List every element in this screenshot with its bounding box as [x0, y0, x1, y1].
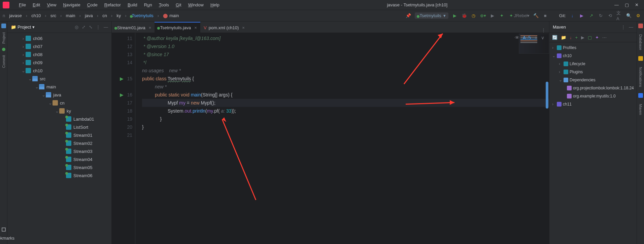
menu-help[interactable]: Help: [207, 2, 223, 7]
notifications-tool-icon[interactable]: [638, 56, 643, 61]
coverage-button[interactable]: ◷: [471, 13, 477, 19]
run-button[interactable]: ▶: [452, 13, 458, 19]
run-config-selector[interactable]: Tsetmytuils ▾: [415, 12, 448, 19]
breadcrumb-src[interactable]: src: [50, 13, 56, 18]
minimize-button[interactable]: —: [614, 2, 619, 7]
code-text[interactable]: * @author keyila [keyila_l@163.com] * @v…: [135, 33, 549, 244]
rail-project[interactable]: Project: [2, 30, 6, 46]
menu-build[interactable]: Build: [124, 2, 141, 7]
breadcrumb-main[interactable]: main: [66, 13, 75, 18]
breadcrumb-module[interactable]: ch10: [31, 13, 41, 18]
maven-plugins[interactable]: ›Plugins: [549, 68, 637, 76]
breadcrumb-ky[interactable]: ky: [116, 13, 121, 18]
git-commit-icon[interactable]: ▶: [579, 13, 585, 19]
scroll-marker[interactable]: [545, 33, 549, 244]
menu-tools[interactable]: Tools: [156, 2, 172, 7]
run-gutter-icon[interactable]: ▶: [120, 75, 124, 83]
breadcrumb-class[interactable]: Tsetmytuils: [131, 13, 154, 18]
git-rollback-icon[interactable]: ⟲: [607, 13, 613, 19]
menu-navigate[interactable]: Navigate: [60, 2, 83, 7]
tree-listsort[interactable]: ListSort: [7, 123, 111, 131]
search-icon[interactable]: 🔍: [626, 13, 632, 19]
menu-run[interactable]: Run: [141, 2, 156, 7]
maven-reload-icon[interactable]: 🔄: [552, 35, 557, 40]
jrebel-label[interactable]: JRebel: [518, 13, 524, 19]
profile-button[interactable]: ⊕▾: [480, 13, 486, 19]
collapse-icon[interactable]: ⤡: [89, 25, 93, 30]
panel-menu-icon[interactable]: ⋮: [96, 25, 100, 30]
close-tab-icon[interactable]: ×: [193, 25, 197, 30]
breadcrumb-java[interactable]: java: [85, 13, 93, 18]
stop-button[interactable]: ■: [542, 13, 548, 19]
project-panel-title[interactable]: 📁 Project ▾: [11, 25, 35, 30]
expand-icon[interactable]: ⤢: [82, 25, 86, 30]
tree-ch08[interactable]: ›ch08: [7, 50, 111, 58]
translate-icon[interactable]: 文A: [616, 13, 622, 19]
menu-view[interactable]: View: [43, 2, 60, 7]
maven-toggle-icon[interactable]: ✦: [595, 35, 599, 40]
maven-ch10[interactable]: ⌄ch10: [549, 52, 637, 60]
rail-bookmarks[interactable]: Bookmarks: [0, 236, 14, 241]
maximize-button[interactable]: ▢: [625, 2, 629, 7]
tree-ch10[interactable]: ⌄ch10: [7, 67, 111, 75]
menu-refactor[interactable]: Refactor: [101, 2, 124, 7]
maven-run-icon[interactable]: ▶: [581, 35, 584, 40]
menu-edit[interactable]: Edit: [29, 2, 43, 7]
tab-stream01[interactable]: Stream01.java×: [112, 22, 155, 33]
rail-notifications[interactable]: Notifications: [639, 65, 643, 89]
menu-window[interactable]: Window: [185, 2, 207, 7]
maven-profiles[interactable]: ›Profiles: [549, 44, 637, 52]
git-push-icon[interactable]: ↗: [588, 13, 594, 19]
maven-menu-icon[interactable]: ⋮: [621, 25, 625, 30]
run-gutter-icon[interactable]: ▶: [120, 91, 124, 99]
tree-src[interactable]: ⌄src: [7, 75, 111, 83]
breadcrumb-root[interactable]: javase: [9, 13, 22, 18]
maven-tool-icon[interactable]: [638, 93, 643, 98]
tree-ky[interactable]: ⌄ky: [7, 107, 111, 115]
database-tool-icon[interactable]: [638, 24, 643, 28]
menu-git[interactable]: Git: [172, 2, 185, 7]
debug-button[interactable]: 🐞: [461, 13, 467, 19]
tree-stream05[interactable]: Stream05: [7, 163, 111, 171]
close-tab-icon[interactable]: ×: [147, 25, 151, 30]
tree-ch06[interactable]: ›ch06: [7, 34, 111, 42]
tree-stream04[interactable]: Stream04: [7, 155, 111, 163]
maven-more-icon[interactable]: ⋯: [602, 35, 607, 40]
commit-tool-icon[interactable]: [2, 48, 5, 51]
git-update-icon[interactable]: ↓: [569, 13, 575, 19]
target-icon[interactable]: ◎: [75, 25, 78, 30]
tree-ch07[interactable]: ›ch07: [7, 42, 111, 50]
project-tool-icon[interactable]: [1, 24, 6, 28]
maven-add-icon[interactable]: +: [575, 35, 578, 40]
breadcrumb-cn[interactable]: cn: [102, 13, 107, 18]
rail-maven[interactable]: Maven: [639, 102, 643, 117]
jrebel-debug-icon[interactable]: ✦: [508, 13, 514, 19]
rail-commit[interactable]: Commit: [2, 53, 6, 70]
tree-stream06[interactable]: Stream06: [7, 171, 111, 179]
rail-database[interactable]: Database: [639, 32, 643, 52]
bookmarks-icon[interactable]: [2, 228, 6, 232]
run-more-button[interactable]: ▶: [489, 13, 496, 19]
maven-dependencies[interactable]: ⌄Dependencies: [549, 76, 637, 84]
tree-lambda01[interactable]: Lambda01: [7, 115, 111, 123]
maven-lifecycle[interactable]: ›Lifecycle: [549, 60, 637, 68]
settings-icon[interactable]: ⚙: [635, 13, 641, 19]
maven-execute-icon[interactable]: ▢: [588, 35, 592, 40]
maven-dep-lombok[interactable]: org.projectlombok:lombok:1.18.24: [549, 84, 637, 92]
menu-code[interactable]: Code: [84, 2, 101, 7]
tabs-more-icon[interactable]: ⋮: [538, 28, 549, 33]
hide-panel-icon[interactable]: —: [104, 25, 108, 30]
tree-main[interactable]: ⌄main: [7, 83, 111, 91]
code-area[interactable]: 👁 A↓5 ∧ ∨ 11 12 13 14 15▶ 16▶ 17 18 19 2…: [112, 33, 549, 244]
maven-generate-icon[interactable]: 📁: [561, 35, 566, 40]
build-button[interactable]: 🔨: [533, 13, 539, 19]
tree-stream01[interactable]: Stream01: [7, 131, 111, 139]
jrebel-run-icon[interactable]: ✦: [499, 13, 505, 19]
tab-pom[interactable]: Ⅴpom.xml (ch10)×: [200, 22, 248, 33]
close-button[interactable]: ✕: [635, 2, 639, 7]
tree-cn[interactable]: ⌄cn: [7, 99, 111, 107]
maven-ch11[interactable]: ›ch11: [549, 100, 637, 108]
close-tab-icon[interactable]: ×: [241, 25, 245, 30]
tree-ch09[interactable]: ›ch09: [7, 58, 111, 67]
pin-icon[interactable]: 📌: [405, 13, 411, 19]
